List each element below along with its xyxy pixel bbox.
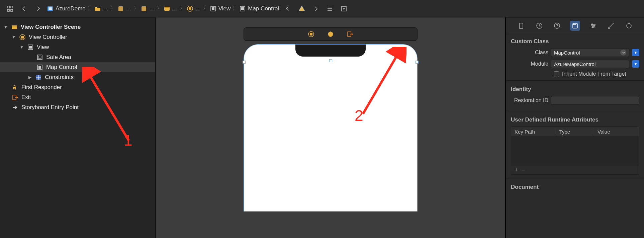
outline-scene-row[interactable]: ▼ View Controller Scene: [0, 22, 155, 32]
attributes-inspector-tab[interactable]: [588, 21, 598, 31]
first-responder-icon[interactable]: [327, 31, 334, 37]
svg-rect-3: [11, 9, 13, 11]
jump-to-class-icon[interactable]: ➔: [620, 50, 626, 56]
outline-exit-row[interactable]: Exit: [0, 92, 155, 102]
view-icon: [210, 5, 216, 12]
svg-point-45: [592, 26, 593, 28]
section-header: Document: [511, 184, 639, 190]
file-inspector-tab[interactable]: [516, 21, 526, 31]
svg-rect-31: [38, 66, 41, 69]
folder-icon: [94, 5, 101, 12]
first-responder-icon: [11, 84, 19, 91]
inspector-tabs: [506, 17, 644, 34]
add-attribute-button[interactable]: +: [515, 167, 518, 174]
svg-rect-2: [7, 9, 9, 11]
col-type[interactable]: Type: [556, 129, 594, 135]
outline-view-row[interactable]: ▼ View: [0, 42, 155, 52]
svg-rect-42: [573, 24, 575, 25]
nav-back-button[interactable]: [19, 3, 29, 14]
identity-inspector-tab[interactable]: [570, 21, 580, 31]
section-header: Custom Class: [511, 38, 639, 45]
svg-rect-23: [12, 25, 17, 26]
breadcrumb[interactable]: AzureDemo 〉 … 〉 … 〉 … 〉 … 〉 … 〉 View 〉 M…: [47, 5, 279, 12]
view-icon: [239, 5, 246, 12]
scene-dock[interactable]: [244, 27, 418, 41]
svg-rect-13: [212, 7, 214, 10]
restoration-id-label: Restoration ID: [511, 97, 548, 103]
resize-handle[interactable]: [243, 61, 246, 64]
class-label: Class: [511, 50, 548, 56]
svg-point-44: [593, 25, 595, 26]
scene-icon: [117, 5, 124, 12]
class-dropdown-button[interactable]: ▼: [632, 49, 639, 56]
checkbox-icon: [554, 71, 559, 77]
history-inspector-tab[interactable]: [534, 21, 544, 31]
outline-constraints-row[interactable]: ▶ Constraints: [0, 72, 155, 82]
history-forward-button[interactable]: [310, 3, 321, 14]
svg-rect-37: [310, 33, 312, 35]
svg-rect-29: [38, 56, 41, 59]
circle-vc-icon[interactable]: [308, 31, 314, 37]
device-preview[interactable]: [244, 44, 418, 212]
arrow-right-icon: [11, 104, 19, 111]
svg-rect-27: [29, 46, 32, 49]
resize-handle[interactable]: [329, 59, 332, 62]
view-icon: [36, 64, 43, 71]
chevron-right-icon: 〉: [88, 6, 92, 12]
annotation-label-1: 1: [124, 131, 132, 149]
svg-rect-15: [241, 7, 244, 10]
svg-point-43: [591, 24, 593, 25]
section-header: User Defined Runtime Attributes: [511, 116, 639, 123]
module-label: Module: [511, 61, 548, 67]
inspector-panel: Custom Class Class MapControl➔ ▼ Module …: [505, 17, 644, 238]
disclosure-triangle-icon[interactable]: ▼: [3, 25, 8, 29]
udra-table[interactable]: Key Path Type Value + −: [511, 127, 639, 175]
udra-table-body: [511, 136, 639, 166]
scene-icon: [141, 5, 147, 12]
outline-map-control-row[interactable]: Map Control: [0, 62, 155, 72]
svg-rect-7: [142, 6, 146, 11]
module-input[interactable]: AzureMapsControl: [551, 60, 629, 68]
history-back-button[interactable]: [282, 3, 293, 14]
remove-attribute-button[interactable]: −: [522, 167, 525, 174]
class-input[interactable]: MapControl➔: [551, 48, 629, 57]
outline-vc-row[interactable]: ▼ View Controller: [0, 32, 155, 42]
inherit-module-checkbox[interactable]: Inherit Module From Target: [554, 71, 639, 77]
connections-inspector-tab[interactable]: [624, 21, 634, 31]
device-notch: [295, 45, 366, 57]
resize-handle[interactable]: [416, 61, 419, 64]
identity-section: Identity Restoration ID: [506, 82, 644, 109]
scene-icon: [11, 23, 18, 31]
outline-entry-point-row[interactable]: Storyboard Entry Point: [0, 102, 155, 112]
help-inspector-tab[interactable]: [552, 21, 562, 31]
interface-builder-canvas[interactable]: [156, 17, 505, 238]
add-editor-button[interactable]: [339, 3, 349, 14]
svg-rect-6: [118, 6, 123, 11]
svg-rect-28: [37, 55, 42, 60]
svg-rect-5: [49, 7, 52, 10]
module-dropdown-button[interactable]: ▼: [632, 60, 639, 68]
udra-section: User Defined Runtime Attributes Key Path…: [506, 112, 644, 177]
section-header: Identity: [511, 86, 639, 93]
circle-vc-icon: [19, 33, 26, 41]
nav-forward-button[interactable]: [33, 3, 43, 14]
col-value[interactable]: Value: [594, 129, 639, 135]
size-inspector-tab[interactable]: [606, 21, 616, 31]
warning-icon[interactable]: [296, 3, 307, 14]
outline-first-responder-row[interactable]: First Responder: [0, 82, 155, 92]
constraints-icon: [35, 74, 42, 81]
related-items-button[interactable]: [5, 3, 15, 14]
adjust-editor-options-button[interactable]: [325, 3, 335, 14]
restoration-id-input[interactable]: [551, 96, 639, 105]
storyboard-file-icon: [47, 5, 54, 12]
document-section: Document: [506, 180, 644, 196]
view-icon: [27, 44, 34, 51]
safe-area-icon: [36, 54, 43, 61]
outline-safe-area-row[interactable]: Safe Area: [0, 52, 155, 62]
svg-rect-1: [11, 6, 13, 8]
svg-rect-11: [189, 7, 191, 10]
col-key-path[interactable]: Key Path: [511, 129, 556, 135]
svg-rect-9: [164, 7, 170, 8]
exit-icon[interactable]: [347, 31, 353, 37]
custom-class-section: Custom Class Class MapControl➔ ▼ Module …: [506, 34, 644, 79]
